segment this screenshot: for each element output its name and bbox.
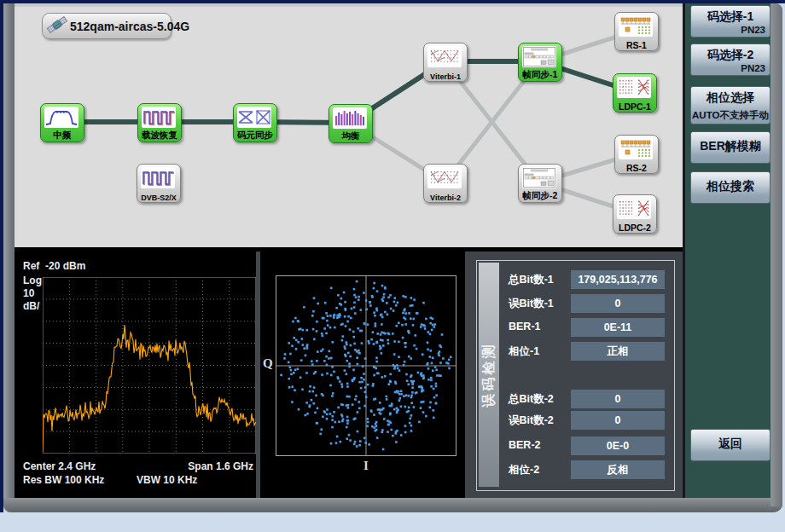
flow-node-ldpc2[interactable]: LDPC-2 [613, 194, 657, 234]
ldpc-graph-icon [617, 77, 651, 98]
sidebar-button-sublabel: PN23 [741, 63, 765, 73]
flow-node-symsync[interactable]: 码元同步 [233, 103, 277, 142]
rs-circuit-icon [619, 138, 653, 159]
q-axis-label: Q [263, 356, 273, 371]
spectrum-analyzer-panel: Ref -20 dBm Log 10 dB/ Center 2.4 GHz Sp… [15, 252, 256, 498]
signal-source-label: 512qam-aircas-5.04G [70, 20, 189, 33]
ber-row-label: BER-2 [509, 439, 541, 451]
ber-row-value: 反相 [571, 460, 665, 479]
ber-row-label: 相位-1 [509, 344, 539, 359]
flow-node-label: RS-2 [615, 163, 658, 173]
sidebar-button-1[interactable]: 码选择-1PN23 [690, 5, 770, 38]
flow-node-rs1[interactable]: RS-1 [614, 12, 659, 51]
ber-row-2-1: 误Bit数-20 [509, 411, 665, 430]
flow-node-dvb[interactable]: DVB-S2/X [137, 164, 181, 203]
flow-node-eq[interactable]: 均衡 [329, 104, 373, 143]
flow-node-label: 帧同步-2 [519, 190, 561, 202]
ldpc-graph-icon [617, 198, 651, 219]
ber-row-label: 误Bit数-2 [509, 413, 554, 428]
sidebar-button-sublabel: PN23 [741, 25, 765, 35]
ber-row-label: 误Bit数-1 [509, 297, 554, 311]
app-window: { "header": { "source_label": "512qam-ai… [0, 0, 785, 532]
constellation-box [276, 275, 456, 456]
flow-node-viterbi1[interactable]: Viterbi-1 [423, 43, 468, 82]
ber-row-value: 0 [571, 294, 665, 313]
flow-node-label: LDPC-2 [613, 223, 656, 233]
signal-source-button[interactable]: 512qam-aircas-5.04G [42, 13, 172, 39]
sidebar-button-5[interactable]: 相位搜索 [690, 171, 770, 204]
ber-row-value: 0 [571, 411, 665, 430]
spectrum-rbw-label: Res BW 100 KHz [23, 474, 104, 486]
flow-node-viterbi2[interactable]: Viterbi-2 [423, 164, 468, 203]
sidebar-button-label: 码选择-2 [691, 48, 770, 63]
i-axis-label: I [363, 459, 369, 473]
spectrum-unit-label: dB/ [23, 300, 39, 312]
ber-row-label: 总Bit数-1 [509, 273, 554, 287]
spectrum-plot [43, 277, 256, 454]
sidebar-button-4[interactable]: BER解模糊 [690, 131, 770, 164]
spectrum-log-label: Log [23, 275, 42, 286]
flow-node-label: 载波恢复 [138, 130, 181, 142]
flow-node-label: Viterbi-1 [424, 72, 467, 81]
flow-node-frame2[interactable]: 帧同步-2 [518, 164, 562, 203]
ber-row-value: 179,025,113,776 [571, 270, 665, 289]
flow-diagram-layer: 512qam-aircas-5.04G 中频载波恢复码元同步均衡DVB-S2/X… [0, 0, 785, 249]
flow-node-frame1[interactable]: 帧同步-1 [518, 43, 562, 82]
ber-row-1-2: BER-10E-11 [509, 318, 665, 337]
flow-node-label: 中频 [41, 130, 84, 142]
spectrum-span-label: Span 1.6 GHz [188, 460, 253, 472]
ber-row-value: 0 [571, 390, 665, 408]
flow-node-carrier[interactable]: 载波恢复 [137, 103, 182, 142]
flow-node-ldpc1[interactable]: LDPC-1 [613, 73, 657, 113]
spectrum-trace [43, 325, 256, 452]
sidebar-button-sublabel: AUTO不支持手动 [691, 109, 770, 122]
flow-node-rs2[interactable]: RS-2 [614, 135, 659, 174]
spectrum-center-label: Center 2.4 GHz [23, 460, 96, 472]
ber-row-1-1: 误Bit数-10 [509, 294, 665, 313]
ber-row-value: 0E-0 [571, 437, 665, 455]
bars-icon [333, 107, 367, 129]
flow-node-label: 码元同步 [234, 130, 276, 142]
ber-row-value: 正相 [571, 342, 665, 361]
rs-circuit-icon [619, 15, 653, 37]
frame-bottom-bar [3, 498, 782, 512]
constellation-panel: Q I [260, 252, 465, 498]
squarewave-icon [142, 107, 176, 128]
back-button-label: 返回 [691, 437, 770, 452]
frame-table-icon [522, 46, 556, 67]
ber-title-strip: 误码检测 [479, 263, 499, 487]
sidebar: 码选择-1PN23码选择-2PN23相位选择AUTO不支持手动BER解模糊相位搜… [683, 3, 770, 498]
ber-row-label: 总Bit数-2 [509, 392, 554, 407]
satellite-icon [46, 14, 68, 39]
ber-row-label: BER-1 [509, 321, 541, 332]
flow-node-label: Viterbi-2 [424, 194, 467, 202]
ber-row-label: 相位-2 [509, 463, 539, 477]
ber-box: 误码检测 总Bit数-1179,025,113,776误Bit数-10BER-1… [476, 260, 675, 491]
trellis-icon [427, 46, 462, 67]
ber-row-value: 0E-11 [571, 318, 665, 337]
eye-diagram-icon [237, 107, 271, 128]
sidebar-button-label: 相位选择 [691, 90, 770, 106]
squarewave-icon [141, 167, 175, 188]
constellation-dots [276, 276, 456, 455]
ber-row-1-0: 总Bit数-1179,025,113,776 [509, 270, 665, 289]
flow-node-label: 均衡 [329, 130, 372, 142]
ber-row-2-3: 相位-2反相 [509, 460, 665, 479]
bandpass-icon [44, 107, 78, 128]
sidebar-button-label: 相位搜索 [691, 179, 770, 194]
back-button[interactable]: 返回 [690, 429, 770, 461]
spectrum-scale-value: 10 [23, 287, 34, 299]
ber-panel: 误码检测 总Bit数-1179,025,113,776误Bit数-10BER-1… [465, 252, 683, 498]
trellis-icon [427, 167, 462, 188]
flow-node-label: LDPC-1 [613, 101, 656, 112]
sidebar-button-2[interactable]: 码选择-2PN23 [690, 43, 770, 76]
sidebar-button-3[interactable]: 相位选择AUTO不支持手动 [690, 86, 770, 124]
flow-node-if[interactable]: 中频 [40, 103, 84, 142]
ber-row-2-2: BER-20E-0 [509, 437, 665, 455]
ber-row-1-3: 相位-1正相 [509, 342, 665, 361]
flow-node-label: DVB-S2/X [137, 194, 180, 202]
flow-node-label: RS-1 [615, 40, 658, 50]
ber-title: 误码检测 [480, 343, 498, 408]
frame-table-icon [522, 167, 556, 188]
sidebar-button-label: BER解模糊 [691, 139, 770, 154]
